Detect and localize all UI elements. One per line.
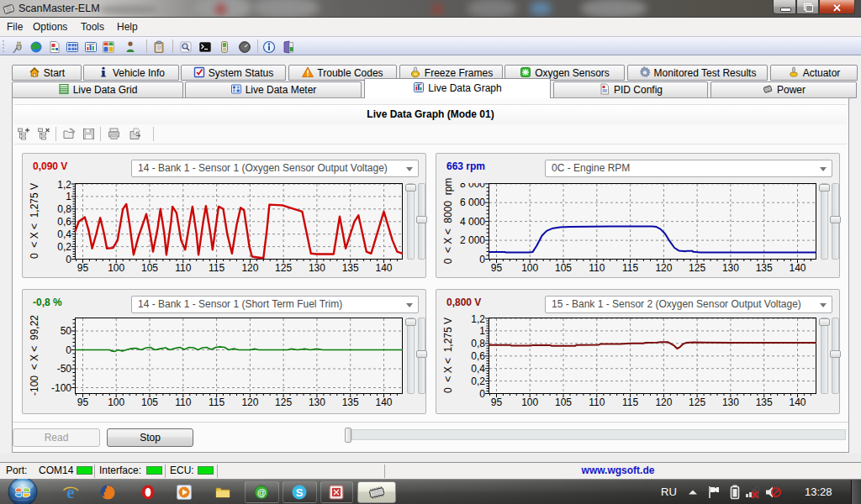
svg-text:0,8: 0,8 <box>471 338 485 349</box>
svg-text:2 000: 2 000 <box>460 234 485 246</box>
svg-text:0,6: 0,6 <box>471 350 485 362</box>
svg-text:95: 95 <box>491 262 503 274</box>
svg-text:115: 115 <box>622 396 638 408</box>
svg-text:@: @ <box>257 487 267 497</box>
svg-text:115: 115 <box>209 396 224 408</box>
svg-text:100: 100 <box>521 396 538 408</box>
svg-text:100: 100 <box>108 396 124 408</box>
svg-text:110: 110 <box>589 396 605 408</box>
svg-text:105: 105 <box>141 396 158 408</box>
svg-text:-100 < X < 99,22: -100 < X < 99,22 <box>29 315 40 396</box>
svg-text:50: 50 <box>61 325 72 337</box>
svg-text:100: 100 <box>108 262 124 274</box>
svg-text:e: e <box>66 483 74 501</box>
svg-text:110: 110 <box>175 396 191 408</box>
svg-text:0: 0 <box>479 254 485 265</box>
svg-text:0 < X < 1,275 V: 0 < X < 1,275 V <box>29 183 40 259</box>
svg-text:S: S <box>296 486 304 499</box>
svg-text:0: 0 <box>66 344 71 356</box>
svg-text:140: 140 <box>375 396 392 408</box>
svg-text:125: 125 <box>689 262 705 274</box>
svg-text:0 < X < 8000 rpm: 0 < X < 8000 rpm <box>442 178 454 265</box>
svg-text:1,2: 1,2 <box>471 313 485 325</box>
svg-text:1: 1 <box>66 191 71 202</box>
svg-text:-50: -50 <box>57 363 72 375</box>
svg-text:0,6: 0,6 <box>57 216 71 228</box>
svg-text:0: 0 <box>479 388 485 400</box>
svg-text:135: 135 <box>342 396 359 408</box>
svg-text:6 000: 6 000 <box>460 197 485 208</box>
svg-text:135: 135 <box>756 396 773 408</box>
svg-text:120: 120 <box>655 262 672 274</box>
svg-text:0,2: 0,2 <box>471 375 485 387</box>
svg-text:110: 110 <box>175 262 191 274</box>
svg-text:115: 115 <box>622 262 638 274</box>
svg-text:125: 125 <box>275 396 292 408</box>
svg-text:120: 120 <box>241 396 258 408</box>
svg-text:95: 95 <box>77 262 89 274</box>
svg-text:-100: -100 <box>51 382 71 394</box>
svg-text:105: 105 <box>555 262 572 274</box>
svg-text:0,8: 0,8 <box>57 203 71 215</box>
svg-text:125: 125 <box>275 262 292 274</box>
svg-text:4 000: 4 000 <box>460 216 485 228</box>
svg-text:95: 95 <box>77 396 89 408</box>
svg-text:130: 130 <box>309 396 325 408</box>
svg-text:130: 130 <box>722 262 739 274</box>
svg-text:135: 135 <box>342 262 359 274</box>
svg-text:95: 95 <box>491 396 503 408</box>
svg-text:125: 125 <box>689 396 705 408</box>
svg-text:140: 140 <box>375 262 392 274</box>
svg-text:100: 100 <box>521 262 538 274</box>
svg-text:1,2: 1,2 <box>57 179 71 191</box>
svg-text:0: 0 <box>66 254 71 265</box>
svg-text:140: 140 <box>789 396 806 408</box>
svg-text:1: 1 <box>479 325 485 337</box>
svg-text:120: 120 <box>655 396 672 408</box>
svg-text:130: 130 <box>309 262 325 274</box>
svg-text:135: 135 <box>756 262 773 274</box>
svg-text:0,4: 0,4 <box>57 228 71 240</box>
svg-text:140: 140 <box>789 262 806 274</box>
svg-text:105: 105 <box>555 396 572 408</box>
svg-text:0 < X < 1,275 V: 0 < X < 1,275 V <box>442 318 454 393</box>
svg-text:130: 130 <box>722 396 739 408</box>
svg-text:105: 105 <box>141 262 158 274</box>
svg-text:0,2: 0,2 <box>57 241 71 253</box>
svg-text:0,4: 0,4 <box>471 363 485 375</box>
svg-text:110: 110 <box>589 262 605 274</box>
svg-text:115: 115 <box>209 262 224 274</box>
svg-text:120: 120 <box>241 262 258 274</box>
